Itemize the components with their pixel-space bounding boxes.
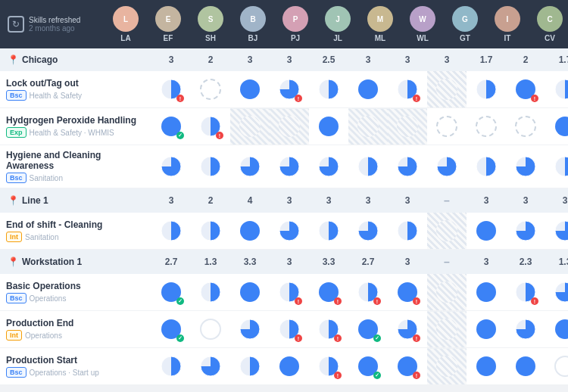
pie-svg <box>161 156 182 177</box>
skill-name-cell: End of shift - Cleaning Int Sanitation <box>0 213 151 250</box>
red-indicator: ! <box>295 334 302 342</box>
red-indicator: ! <box>334 334 342 342</box>
pie-svg <box>476 356 497 377</box>
pie-td-7 <box>427 311 467 348</box>
red-indicator: ! <box>413 297 420 305</box>
skill-row: Production Start Bsc Operations · Start … <box>0 348 568 385</box>
pie-svg <box>515 220 536 241</box>
pie-td-5 <box>348 108 388 145</box>
section-score-10: 1.3 <box>545 250 568 275</box>
pie-svg <box>476 79 497 100</box>
avatar-col-it: I IT <box>488 6 527 42</box>
pie-cell <box>433 217 460 244</box>
svg-point-103 <box>555 356 568 376</box>
pie-cell <box>473 113 500 140</box>
green-indicator: ✓ <box>176 132 184 139</box>
pie-cell: ! <box>315 353 342 380</box>
pie-td-6 <box>388 145 427 188</box>
pie-td-8 <box>467 213 506 250</box>
pie-cell <box>315 217 342 244</box>
skills-table: 📍Chicago32332.53331.721.7 Lock out/Tag o… <box>0 48 568 385</box>
red-indicator: ! <box>531 95 538 102</box>
avatar-label-la: LA <box>120 34 130 42</box>
section-score-7: 3 <box>427 48 467 71</box>
pie-td-0: ✓ <box>151 108 191 145</box>
pie-td-1 <box>191 311 230 348</box>
section-score-0: 3 <box>151 188 191 213</box>
pie-td-2 <box>230 145 270 188</box>
skill-row: Production End Int Operations ✓ <box>0 311 568 348</box>
pie-svg <box>554 79 568 100</box>
skill-name-cell: Hydgrogen Peroxide Handling Exp Health &… <box>0 108 151 145</box>
svg-point-86 <box>476 319 496 339</box>
skill-badge: Bsc <box>6 173 27 183</box>
pie-svg <box>357 220 379 241</box>
section-score-2: 3 <box>230 48 270 71</box>
svg-point-55 <box>476 221 496 241</box>
pie-cell: ! <box>276 76 303 103</box>
pie-cell <box>197 76 224 103</box>
pie-cell: ! <box>551 113 568 140</box>
pie-td-2 <box>230 71 270 108</box>
pie-td-8 <box>467 108 506 145</box>
pie-cell <box>158 153 185 180</box>
section-header-chicago: 📍Chicago32332.53331.721.7 <box>0 48 568 71</box>
avatar-it: I <box>495 6 520 32</box>
red-indicator: ! <box>176 95 184 102</box>
pie-svg <box>515 319 536 340</box>
pie-svg <box>279 156 300 177</box>
skill-name-cell: Production Start Bsc Operations · Start … <box>0 348 151 385</box>
pie-svg <box>239 79 261 100</box>
pie-svg <box>476 282 497 303</box>
skill-meta: Bsc Operations <box>6 293 145 303</box>
pie-td-0 <box>151 145 191 188</box>
skill-category: Sanitation <box>30 174 63 182</box>
pie-td-3: ! <box>270 71 309 108</box>
pie-svg <box>436 156 457 177</box>
green-indicator: ✓ <box>373 372 381 379</box>
pie-cell: ✓ <box>158 278 185 306</box>
pie-cell <box>197 217 224 244</box>
avatar-label-cv: CV <box>545 34 555 42</box>
pie-td-5 <box>348 71 388 108</box>
section-name: Workstation 1 <box>22 257 82 267</box>
avatar-wl: W <box>410 6 435 32</box>
pie-svg <box>279 356 300 377</box>
pie-td-7 <box>427 145 467 188</box>
pie-cell: ! <box>158 76 185 103</box>
section-score-6: 3 <box>388 48 427 71</box>
section-score-2: 4 <box>230 188 270 213</box>
pie-cell <box>354 217 382 244</box>
pie-td-10 <box>545 274 568 311</box>
svg-point-76 <box>201 319 220 339</box>
pie-svg <box>239 156 261 177</box>
pie-cell <box>158 217 185 244</box>
section-header-workstation1: 📍Workstation 12.71.33.333.32.73–32.31.3 <box>0 250 568 275</box>
skill-name: Hygiene and Cleaning Awareness <box>6 150 145 171</box>
pie-cell <box>473 153 500 180</box>
svg-point-63 <box>240 282 260 302</box>
skill-category: Sanitation <box>25 233 58 241</box>
svg-point-89 <box>555 319 568 339</box>
pie-cell <box>433 76 460 103</box>
dash: – <box>444 256 450 268</box>
pie-td-3 <box>270 213 309 250</box>
avatar-label-ef: EF <box>164 34 173 42</box>
svg-point-46 <box>240 221 260 241</box>
pie-svg <box>318 220 339 241</box>
pie-cell <box>236 113 264 140</box>
avatar-ml: M <box>367 6 393 32</box>
pie-svg <box>279 220 300 241</box>
pie-cell <box>236 217 264 244</box>
pie-svg <box>476 156 497 177</box>
avatar-cv: C <box>537 6 563 32</box>
pie-td-4: ! <box>309 311 348 348</box>
pie-cell <box>473 353 500 380</box>
pie-cell <box>354 76 382 103</box>
avatar-bj: B <box>240 6 266 32</box>
section-score-9: 3 <box>506 188 545 213</box>
skill-name: Production End <box>6 318 145 328</box>
pie-svg <box>200 156 221 177</box>
section-score-4: 3 <box>309 188 348 213</box>
avatar-col-jl: J JL <box>318 6 357 42</box>
